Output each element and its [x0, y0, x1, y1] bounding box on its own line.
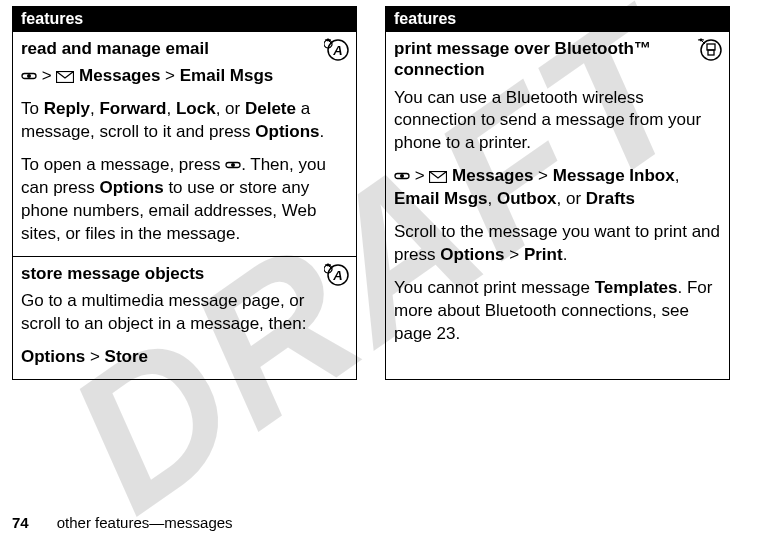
- read-email-para2: To open a message, press . Then, you can…: [21, 154, 348, 246]
- label-print: Print: [524, 245, 563, 264]
- envelope-icon-2: [429, 171, 447, 183]
- print-para1: You can use a Bluetooth wireless connect…: [394, 87, 721, 156]
- center-key-icon-2: [225, 158, 241, 172]
- page-number: 74: [12, 514, 29, 531]
- left-column: features A read and manage email: [12, 6, 357, 380]
- label-inbox: Message Inbox: [553, 166, 675, 185]
- svg-point-8: [231, 163, 235, 167]
- text-open: To open a message, press: [21, 155, 225, 174]
- envelope-icon: [56, 71, 74, 83]
- svg-rect-15: [708, 50, 714, 55]
- store-objects-path: Options > Store: [21, 346, 348, 369]
- text-to: To: [21, 99, 44, 118]
- print-breadcrumb: > Messages > Message Inbox, Email Msgs, …: [394, 165, 721, 211]
- label-options-4: Options: [440, 245, 504, 264]
- center-key-icon-3: [394, 169, 410, 183]
- svg-rect-14: [707, 44, 715, 50]
- page-columns: features A read and manage email: [0, 0, 759, 380]
- section-store-objects: A store message objects Go to a multimed…: [13, 257, 356, 379]
- label-emailmsgs-2: Email Msgs: [394, 189, 488, 208]
- label-forward: Forward: [99, 99, 166, 118]
- label-options-2: Options: [99, 178, 163, 197]
- text-cannot: You cannot print message: [394, 278, 595, 297]
- svg-text:A: A: [332, 268, 342, 283]
- print-para4: You cannot print message Templates. For …: [394, 277, 721, 346]
- label-messages-2: Messages: [452, 166, 533, 185]
- label-delete: Delete: [245, 99, 296, 118]
- svg-point-5: [27, 74, 31, 78]
- read-email-para1: To Reply, Forward, Lock, or Delete a mes…: [21, 98, 348, 144]
- svg-point-19: [400, 174, 404, 178]
- network-a-icon-2: A: [324, 261, 350, 287]
- right-features-header: features: [386, 7, 729, 32]
- label-drafts: Drafts: [586, 189, 635, 208]
- store-objects-para: Go to a multimedia message page, or scro…: [21, 290, 348, 336]
- label-outbox: Outbox: [497, 189, 557, 208]
- print-para3: Scroll to the message you want to print …: [394, 221, 721, 267]
- printer-icon: [697, 36, 723, 62]
- center-key-icon: [21, 69, 37, 83]
- page-footer: 74other features—messages: [12, 514, 233, 531]
- read-email-title: read and manage email: [21, 38, 348, 59]
- section-read-email: A read and manage email >: [13, 32, 356, 257]
- network-a-icon: A: [324, 36, 350, 62]
- right-column: features print message over Bluetooth™ c…: [385, 6, 730, 380]
- label-options-1: Options: [255, 122, 319, 141]
- left-features-header: features: [13, 7, 356, 32]
- label-reply: Reply: [44, 99, 90, 118]
- print-title: print message over Bluetooth™ connection: [394, 38, 721, 81]
- section-print-bluetooth: print message over Bluetooth™ connection…: [386, 32, 729, 356]
- label-lock: Lock: [176, 99, 216, 118]
- store-objects-title: store message objects: [21, 263, 348, 284]
- label-templates: Templates: [595, 278, 678, 297]
- read-email-breadcrumb: > Messages > Email Msgs: [21, 65, 348, 88]
- label-store: Store: [105, 347, 148, 366]
- footer-text: other features—messages: [57, 514, 233, 531]
- breadcrumb-messages: Messages: [79, 66, 160, 85]
- label-options-3: Options: [21, 347, 85, 366]
- breadcrumb-emailmsgs: Email Msgs: [180, 66, 274, 85]
- svg-text:A: A: [332, 43, 342, 58]
